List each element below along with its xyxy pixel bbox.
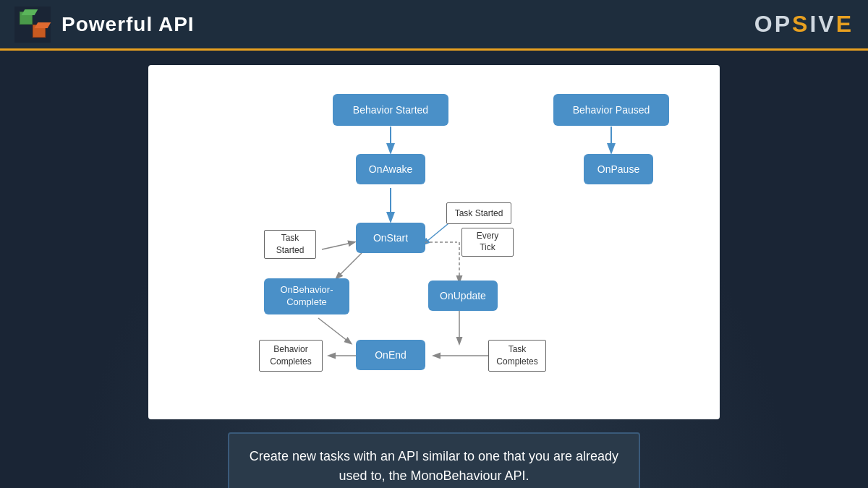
- flowchart: Behavior Started Behavior Paused OnAwake…: [177, 87, 691, 398]
- opsive-letter-p: P: [775, 11, 792, 38]
- cube-green-icon: [20, 12, 33, 25]
- svg-line-6: [322, 242, 354, 249]
- task-completes-box: Task Completes: [488, 340, 546, 372]
- task-started-top-box: Task Started: [446, 202, 511, 224]
- on-end-box: OnEnd: [356, 340, 425, 370]
- every-tick-box: Every Tick: [461, 228, 514, 257]
- cube-orange-icon: [33, 25, 46, 38]
- behavior-started-box: Behavior Started: [333, 94, 448, 126]
- opsive-letter-s: S: [792, 11, 809, 38]
- header: Powerful API O P S I V E: [0, 0, 868, 51]
- opsive-letter-e: E: [836, 11, 854, 38]
- on-awake-box: OnAwake: [356, 154, 425, 184]
- on-start-box: OnStart: [356, 223, 425, 253]
- logo-box: [14, 7, 51, 43]
- opsive-letter-i: I: [809, 11, 818, 38]
- on-update-box: OnUpdate: [428, 281, 498, 311]
- arrows-svg: [177, 87, 691, 398]
- header-left: Powerful API: [14, 7, 195, 43]
- on-behavior-complete-box: OnBehavior- Complete: [264, 278, 349, 314]
- behavior-completes-box: Behavior Completes: [259, 340, 323, 372]
- svg-line-3: [336, 253, 362, 278]
- svg-line-7: [318, 318, 351, 343]
- main-content: Behavior Started Behavior Paused OnAwake…: [0, 51, 868, 488]
- diagram-card: Behavior Started Behavior Paused OnAwake…: [148, 65, 720, 419]
- caption-box: Create new tasks with an API similar to …: [228, 432, 640, 488]
- behavior-paused-box: Behavior Paused: [553, 94, 669, 126]
- logo-cubes: [18, 10, 47, 39]
- opsive-logo: O P S I V E: [754, 11, 854, 38]
- page-title: Powerful API: [61, 13, 195, 36]
- caption-text: Create new tasks with an API similar to …: [247, 447, 621, 486]
- on-pause-box: OnPause: [584, 154, 653, 184]
- task-started-left-box: Task Started: [264, 230, 316, 259]
- opsive-letter-o: O: [754, 11, 775, 38]
- opsive-letter-v: V: [818, 11, 835, 38]
